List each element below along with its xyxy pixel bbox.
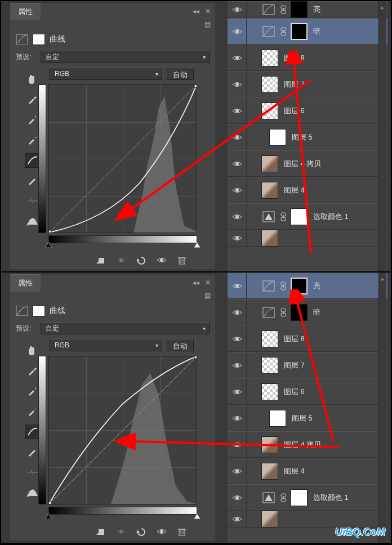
panel-menu-icon[interactable]: ▤	[10, 19, 215, 29]
delete-icon[interactable]	[176, 526, 188, 537]
layer-row[interactable]: 图层 6	[228, 97, 387, 124]
view-previous-icon[interactable]	[115, 254, 127, 266]
layer-row[interactable]: 选取颜色 1	[228, 203, 387, 230]
layer-thumbnail[interactable]	[261, 330, 278, 347]
visibility-toggle-icon[interactable]	[228, 45, 247, 70]
layer-thumbnail[interactable]	[291, 489, 308, 506]
mask-thumb-icon[interactable]	[33, 34, 45, 45]
layer-thumbnail[interactable]	[261, 76, 278, 93]
layer-row[interactable]: 图层 5	[228, 124, 387, 150]
curves-chart[interactable]	[48, 84, 197, 233]
layer-thumbnail[interactable]	[261, 357, 278, 374]
visibility-toggle-icon[interactable]	[228, 177, 247, 203]
layer-name[interactable]: 图层 7	[284, 79, 305, 90]
visibility-toggle-icon[interactable]	[228, 432, 247, 457]
visibility-toggle-icon[interactable]	[228, 2, 247, 17]
layer-thumbnail[interactable]	[269, 410, 286, 427]
layer-thumbnail[interactable]	[261, 182, 278, 199]
layer-name[interactable]: 图层 4 拷贝	[284, 159, 321, 169]
layer-row[interactable]: 图层 5	[228, 405, 387, 431]
layer-name[interactable]: 选取颜色 1	[313, 493, 349, 503]
curves-chart[interactable]	[48, 356, 197, 504]
panel-menu-icon[interactable]: ▤	[10, 291, 215, 301]
visibility-icon[interactable]	[155, 526, 168, 537]
layer-row[interactable]: 暗	[228, 299, 387, 325]
visibility-toggle-icon[interactable]	[228, 204, 247, 229]
layer-row[interactable]: 图层 8	[228, 44, 387, 71]
reset-icon[interactable]	[135, 254, 148, 266]
close-icon[interactable]: ✕	[205, 279, 211, 287]
visibility-toggle-icon[interactable]	[228, 485, 247, 510]
layer-name[interactable]: 选取颜色 1	[313, 212, 349, 222]
layer-thumbnail[interactable]	[261, 50, 278, 66]
mask-thumb-icon[interactable]	[33, 305, 45, 316]
layer-name[interactable]: 图层 8	[284, 334, 305, 344]
layer-thumbnail[interactable]	[291, 1, 308, 18]
visibility-toggle-icon[interactable]	[228, 458, 247, 484]
layer-thumbnail[interactable]	[261, 230, 278, 247]
layer-thumbnail[interactable]	[261, 436, 278, 453]
layer-row[interactable]: 暗	[228, 18, 387, 44]
layer-thumbnail[interactable]	[261, 463, 278, 480]
clip-icon[interactable]	[95, 254, 107, 266]
visibility-toggle-icon[interactable]	[228, 151, 247, 176]
layer-thumbnail[interactable]	[261, 155, 278, 172]
layer-row[interactable]	[228, 230, 387, 247]
layer-row[interactable]: 亮	[228, 272, 387, 299]
collapse-icon[interactable]: ◂◂	[193, 279, 199, 287]
layer-name[interactable]: 图层 8	[284, 53, 305, 63]
layer-name[interactable]: 图层 4 拷贝	[284, 440, 321, 450]
layer-row[interactable]: 亮	[228, 1, 387, 18]
visibility-icon[interactable]	[155, 254, 168, 266]
delete-icon[interactable]	[176, 254, 188, 266]
preset-dropdown[interactable]: 自定	[41, 322, 210, 334]
channel-dropdown[interactable]: RGB	[50, 339, 162, 351]
visibility-toggle-icon[interactable]	[228, 352, 247, 378]
layer-name[interactable]: 暗	[313, 307, 320, 318]
preset-dropdown[interactable]: 自定	[41, 51, 210, 63]
visibility-toggle-icon[interactable]	[228, 19, 247, 44]
clip-icon[interactable]	[95, 526, 107, 537]
layer-name[interactable]: 亮	[313, 281, 320, 291]
layer-row[interactable]: 图层 4	[228, 177, 387, 203]
layer-thumbnail[interactable]	[291, 208, 308, 225]
visibility-toggle-icon[interactable]	[228, 511, 247, 527]
close-icon[interactable]: ✕	[205, 7, 211, 15]
layer-name[interactable]: 图层 5	[292, 132, 313, 142]
visibility-toggle-icon[interactable]	[228, 230, 247, 246]
layer-row[interactable]: 图层 4 拷贝	[228, 431, 387, 458]
layer-name[interactable]: 图层 6	[284, 387, 305, 397]
collapse-bar[interactable]: ▸	[378, 272, 386, 543]
auto-button[interactable]: 自动	[167, 339, 194, 351]
layer-row[interactable]: 图层 7	[228, 352, 387, 378]
layer-row[interactable]	[228, 511, 387, 528]
reset-icon[interactable]	[135, 526, 148, 537]
layer-row[interactable]: 图层 6	[228, 378, 387, 405]
channel-dropdown[interactable]: RGB	[50, 68, 162, 80]
layer-thumbnail[interactable]	[269, 129, 286, 146]
layer-row[interactable]: 图层 8	[228, 325, 387, 352]
layer-name[interactable]: 图层 6	[284, 106, 305, 116]
layer-name[interactable]: 图层 4	[284, 185, 305, 195]
layer-name[interactable]: 图层 4	[284, 466, 305, 476]
layer-thumbnail[interactable]	[291, 304, 308, 321]
visibility-toggle-icon[interactable]	[228, 300, 247, 325]
visibility-toggle-icon[interactable]	[228, 273, 247, 298]
layer-thumbnail[interactable]	[261, 511, 278, 528]
visibility-toggle-icon[interactable]	[228, 98, 247, 123]
layer-name[interactable]: 暗	[313, 26, 320, 37]
layer-row[interactable]: 图层 4	[228, 458, 387, 484]
visibility-toggle-icon[interactable]	[228, 124, 247, 150]
visibility-toggle-icon[interactable]	[228, 405, 247, 431]
panel-tab-properties[interactable]: 属性	[10, 274, 41, 292]
layer-thumbnail[interactable]	[291, 278, 308, 294]
collapse-bar[interactable]: ▸	[378, 1, 386, 271]
panel-tab-properties[interactable]: 属性	[10, 3, 41, 20]
auto-button[interactable]: 自动	[167, 68, 194, 80]
layer-row[interactable]: 图层 7	[228, 71, 387, 97]
layer-row[interactable]: 图层 4 拷贝	[228, 150, 387, 177]
visibility-toggle-icon[interactable]	[228, 72, 247, 97]
collapse-icon[interactable]: ◂◂	[193, 7, 199, 15]
layer-name[interactable]: 图层 5	[292, 413, 313, 423]
view-previous-icon[interactable]	[115, 526, 127, 537]
